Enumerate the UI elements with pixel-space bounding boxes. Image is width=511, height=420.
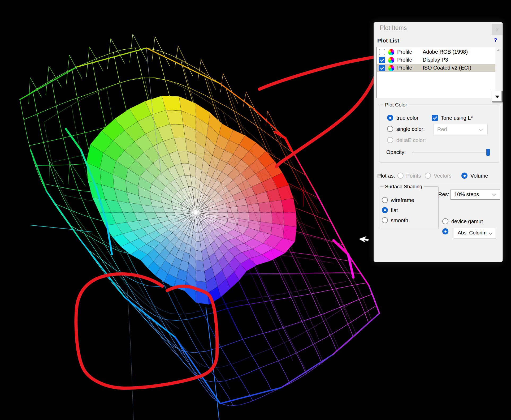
plot-items-dialog: Plot Items × Plot List ? ProfileAdobe RG… [374, 22, 503, 262]
row-type: Profile [397, 57, 412, 63]
device-gamut-radio[interactable] [442, 218, 448, 224]
chevron-down-icon [489, 231, 492, 235]
deltae-color-radio[interactable] [387, 137, 393, 143]
plot-as-label: Plot as: [377, 173, 395, 179]
plot-color-group-label: Plot Color [383, 102, 409, 108]
shading-flat-radio[interactable] [382, 207, 388, 213]
row-visible-checkbox[interactable] [379, 57, 385, 63]
plot-list-row[interactable]: ProfileISO Coated v2 (ECI) [377, 64, 495, 72]
triangle-up-icon [497, 49, 500, 51]
single-color-label: single color: [396, 126, 425, 132]
chevron-down-icon [492, 192, 496, 196]
plot-list-row[interactable]: ProfileDisplay P3 [377, 56, 495, 64]
res-select[interactable]: 10% steps [451, 190, 500, 200]
plot-list[interactable]: ProfileAdobe RGB (1998)ProfileDisplay P3… [376, 47, 501, 98]
scrollbar[interactable] [495, 47, 501, 98]
single-color-select[interactable]: Red [434, 124, 488, 135]
shading-wireframe-label: wireframe [391, 197, 414, 203]
rendering-intent-radio[interactable] [442, 228, 448, 234]
shading-smooth-radio[interactable] [382, 217, 388, 223]
plot-as-vectors-label: Vectors [434, 173, 452, 179]
true-color-radio[interactable] [387, 115, 393, 121]
rendering-intent-value: Abs. Colorim [458, 230, 487, 236]
surface-shading-group-label: Surface Shading [383, 184, 424, 190]
res-label: Res: [438, 191, 449, 198]
tone-using-l-checkbox[interactable] [432, 115, 438, 121]
dropdown-arrow-icon [495, 96, 499, 98]
section-divider [376, 183, 501, 183]
dialog-title: Plot Items [380, 24, 407, 32]
opacity-label: Opacity: [386, 149, 406, 155]
list-dropdown-button[interactable] [492, 91, 503, 102]
color-wheel-icon [388, 49, 394, 55]
plot-as-volume-radio[interactable] [461, 173, 467, 179]
row-type: Profile [397, 49, 412, 55]
row-profile-name: ISO Coated v2 (ECI) [423, 65, 471, 71]
true-color-label: true color [396, 115, 418, 121]
mouse-cursor [359, 236, 369, 243]
tone-using-l-label: Tone using L* [441, 115, 473, 121]
plot-as-vectors-radio[interactable] [425, 173, 431, 179]
rendering-intent-select[interactable]: Abs. Colorim [454, 228, 496, 238]
row-type: Profile [397, 65, 412, 71]
color-wheel-icon [388, 65, 394, 71]
row-profile-name: Adobe RGB (1998) [423, 49, 468, 55]
opacity-slider-handle[interactable] [486, 149, 490, 156]
row-profile-name: Display P3 [423, 57, 448, 63]
plot-as-volume-label: Volume [470, 173, 488, 179]
deltae-color-label: deltaE color: [396, 137, 426, 143]
single-color-value: Red [437, 126, 447, 132]
plot-list-row[interactable]: ProfileAdobe RGB (1998) [377, 48, 495, 56]
color-wheel-icon [388, 57, 394, 63]
device-gamut-label: device gamut [451, 218, 483, 225]
opacity-slider-track[interactable] [412, 152, 489, 153]
shading-flat-label: flat [391, 207, 398, 213]
application-window: Plot Items × Plot List ? ProfileAdobe RG… [0, 0, 511, 420]
shading-smooth-label: smooth [391, 217, 408, 224]
shading-wireframe-radio[interactable] [382, 197, 388, 203]
single-color-radio[interactable] [387, 126, 393, 132]
row-visible-checkbox[interactable] [379, 49, 385, 55]
help-icon[interactable]: ? [494, 37, 497, 43]
close-icon[interactable]: × [492, 24, 503, 35]
chevron-down-icon [479, 127, 483, 131]
plot-as-points-radio[interactable] [397, 173, 404, 179]
scroll-up-button[interactable] [495, 47, 501, 53]
plot-list-header: Plot List [377, 37, 399, 44]
surface-shading-group [380, 186, 439, 229]
res-value: 10% steps [454, 191, 479, 198]
plot-as-points-label: Points [406, 173, 421, 179]
row-visible-checkbox[interactable] [379, 65, 385, 71]
